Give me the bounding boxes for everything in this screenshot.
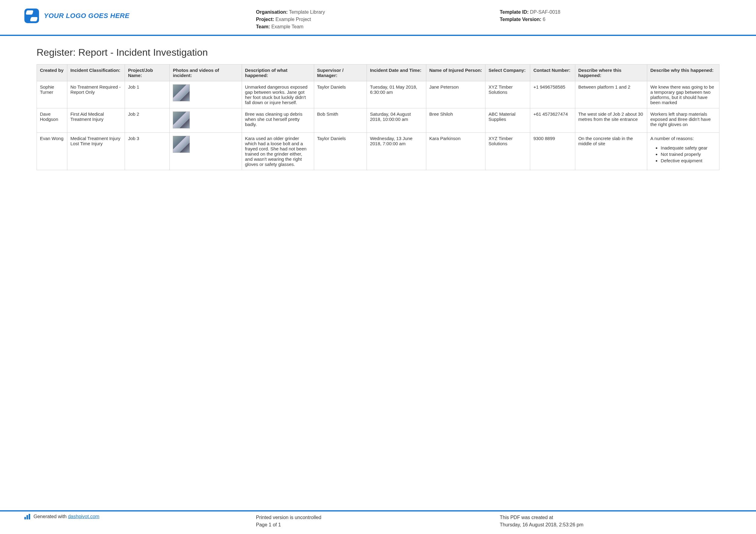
why-reason-list: Inadequate safety gearNot trained proper… <box>650 145 716 163</box>
footer-right: This PDF was created at Thursday, 16 Aug… <box>500 514 732 528</box>
brand-logo-icon <box>24 9 39 23</box>
cell-where: The west side of Job 2 about 30 metres f… <box>575 108 647 133</box>
cell-injured: Jane Peterson <box>426 81 485 108</box>
cell-classification: Medical Treatment Injury Lost Time Injur… <box>67 133 125 170</box>
why-reason-item: Inadequate safety gear <box>661 145 716 150</box>
logo-block: YOUR LOGO GOES HERE <box>24 9 256 23</box>
template-version-label: Template Version: <box>500 17 541 22</box>
incident-photo-2 <box>173 112 190 128</box>
column-header: Supervisor / Manager: <box>314 64 367 81</box>
generated-prefix: Generated with <box>34 514 68 519</box>
dashpivot-link[interactable]: dashpivot.com <box>68 514 99 519</box>
cell-why: A number of reasons:Inadequate safety ge… <box>647 133 719 170</box>
document-page: YOUR LOGO GOES HERE Organisation: Templa… <box>0 0 756 534</box>
cell-datetime: Saturday, 04 August 2018, 10:00:00 am <box>367 108 426 133</box>
cell-injured: Bree Shiloh <box>426 108 485 133</box>
cell-photo <box>170 108 242 133</box>
cell-company: ABC Material Supplies <box>485 108 530 133</box>
document-footer: Generated with dashpivot.com Printed ver… <box>0 510 756 534</box>
cell-photo <box>170 133 242 170</box>
cell-why: We knew there was going to be a temporar… <box>647 81 719 108</box>
cell-company: XYZ Timber Solutions <box>485 81 530 108</box>
table-head: Created byIncident Classification:Projec… <box>37 64 719 81</box>
cell-contact: 9300 8899 <box>530 133 575 170</box>
template-id-label: Template ID: <box>500 10 529 14</box>
cell-classification: No Treatment Required - Report Only <box>67 81 125 108</box>
document-header: YOUR LOGO GOES HERE Organisation: Templa… <box>0 0 756 36</box>
footer-left: Generated with dashpivot.com <box>24 514 256 528</box>
column-header: Description of what happened: <box>242 64 314 81</box>
table-row: Dave HodgsonFirst Aid Medical Treatment … <box>37 108 719 133</box>
cell-created-by: Dave Hodgson <box>37 108 68 133</box>
team-value: Example Team <box>271 24 304 29</box>
organisation-value: Template Library <box>289 10 325 14</box>
cell-supervisor: Taylor Daniels <box>314 133 367 170</box>
cell-created-by: Sophie Turner <box>37 81 68 108</box>
bar-chart-icon <box>24 514 31 520</box>
template-version-value: 6 <box>543 17 546 22</box>
table-row: Sophie TurnerNo Treatment Required - Rep… <box>37 81 719 108</box>
cell-datetime: Wednesday, 13 June 2018, 7:00:00 am <box>367 133 426 170</box>
cell-supervisor: Taylor Daniels <box>314 81 367 108</box>
incident-photo-3 <box>173 136 190 153</box>
column-header: Name of Injured Person: <box>426 64 485 81</box>
cell-classification: First Aid Medical Treatment Injury <box>67 108 125 133</box>
column-header: Incident Date and Time: <box>367 64 426 81</box>
cell-contact: +61 4573627474 <box>530 108 575 133</box>
column-header: Describe why this happened: <box>647 64 719 81</box>
project-label: Project: <box>256 17 274 22</box>
logo-placeholder-text: YOUR LOGO GOES HERE <box>44 12 129 20</box>
cell-created-by: Evan Wong <box>37 133 68 170</box>
column-header: Select Company: <box>485 64 530 81</box>
table-row: Evan WongMedical Treatment Injury Lost T… <box>37 133 719 170</box>
why-reason-item: Defective equipment <box>661 158 716 163</box>
footer-created-timestamp: Thursday, 16 August 2018, 2:53:26 pm <box>500 521 732 528</box>
cell-job: Job 2 <box>125 108 170 133</box>
incident-photo-1 <box>173 84 190 101</box>
cell-datetime: Tuesday, 01 May 2018, 6:30:00 am <box>367 81 426 108</box>
cell-where: Between platform 1 and 2 <box>575 81 647 108</box>
column-header: Incident Classification: <box>67 64 125 81</box>
register-table-wrap: Created byIncident Classification:Projec… <box>0 64 756 170</box>
cell-job: Job 1 <box>125 81 170 108</box>
cell-supervisor: Bob Smith <box>314 108 367 133</box>
cell-job: Job 3 <box>125 133 170 170</box>
cell-description: Bree was cleaning up debris when she cut… <box>242 108 314 133</box>
footer-center: Printed version is uncontrolled Page 1 o… <box>256 514 500 528</box>
header-meta-center: Organisation: Template Library Project: … <box>256 9 500 31</box>
column-header: Contact Number: <box>530 64 575 81</box>
cell-photo <box>170 81 242 108</box>
cell-why: Workers left sharp materials exposed and… <box>647 108 719 133</box>
cell-description: Kara used an older grinder which had a l… <box>242 133 314 170</box>
column-header: Photos and videos of incident: <box>170 64 242 81</box>
column-header: Project/Job Name: <box>125 64 170 81</box>
page-title: Register: Report - Incident Investigatio… <box>0 36 756 64</box>
why-reason-item: Not trained properly <box>661 152 716 157</box>
project-value: Example Project <box>276 17 311 22</box>
table-body: Sophie TurnerNo Treatment Required - Rep… <box>37 81 719 170</box>
header-meta-right: Template ID: DP-SAF-0018 Template Versio… <box>500 9 732 23</box>
cell-company: XYZ Timber Solutions <box>485 133 530 170</box>
cell-description: Unmarked dangerous exposed gap between w… <box>242 81 314 108</box>
column-header: Describe where this happened: <box>575 64 647 81</box>
footer-page-number: Page 1 of 1 <box>256 521 500 528</box>
template-id-value: DP-SAF-0018 <box>530 10 560 14</box>
footer-uncontrolled: Printed version is uncontrolled <box>256 514 500 521</box>
footer-created-label: This PDF was created at <box>500 514 732 521</box>
cell-contact: +1 9496758585 <box>530 81 575 108</box>
cell-injured: Kara Parkinson <box>426 133 485 170</box>
column-header: Created by <box>37 64 68 81</box>
register-table: Created byIncident Classification:Projec… <box>37 64 719 170</box>
team-label: Team: <box>256 24 270 29</box>
organisation-label: Organisation: <box>256 10 288 14</box>
cell-where: On the concrete slab in the middle of si… <box>575 133 647 170</box>
